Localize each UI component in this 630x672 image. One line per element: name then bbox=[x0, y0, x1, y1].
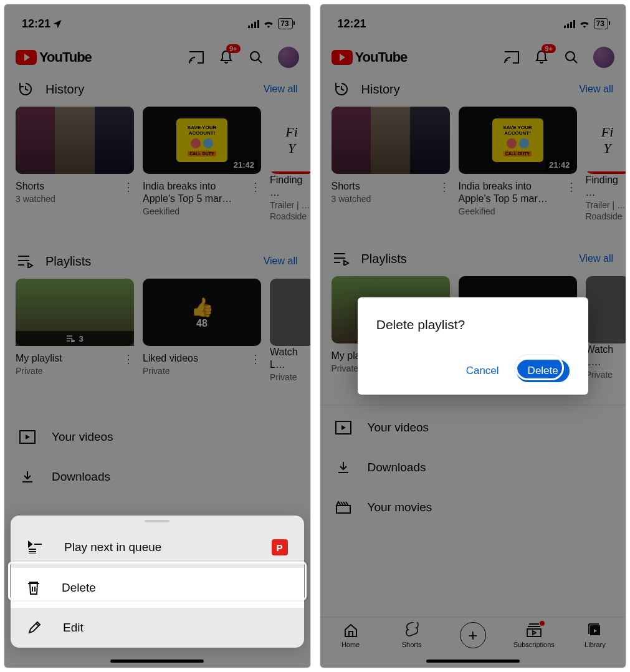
video-thumb: SAVE YOUR ACCOUNT! CALL DUTY 21:42 bbox=[143, 107, 261, 174]
movies-icon bbox=[334, 499, 353, 516]
plus-icon: + bbox=[460, 622, 486, 648]
notifications-icon[interactable]: 9+ bbox=[533, 49, 550, 65]
playlist-card[interactable]: 👍 48 Liked videos Private ⋮ bbox=[143, 279, 261, 382]
dialog-title: Delete playlist? bbox=[376, 317, 570, 332]
your-videos-row[interactable]: Your videos bbox=[4, 417, 310, 457]
your-videos-icon bbox=[18, 428, 37, 446]
shorts-thumb bbox=[16, 107, 134, 174]
signal-icon bbox=[248, 20, 259, 28]
cast-icon[interactable] bbox=[504, 49, 520, 65]
thumbs-up-icon: 👍 bbox=[191, 296, 214, 318]
download-icon bbox=[334, 459, 353, 476]
tab-create[interactable]: + bbox=[451, 622, 495, 648]
bottom-sheet: Play next in queue P Delete Edit bbox=[11, 516, 304, 648]
playlist-card[interactable]: 3 My playlist Private ⋮ bbox=[16, 279, 134, 382]
your-movies-row[interactable]: Your movies bbox=[320, 487, 626, 527]
history-card[interactable]: Shorts 3 watched ⋮ bbox=[16, 107, 134, 221]
like-count: 48 bbox=[196, 318, 208, 329]
queue-icon bbox=[27, 540, 43, 554]
wifi-icon bbox=[263, 19, 274, 28]
playlist-title: Watch L… bbox=[270, 346, 310, 371]
home-indicator[interactable] bbox=[110, 660, 204, 663]
history-viewall[interactable]: View all bbox=[579, 84, 613, 95]
playlists-viewall[interactable]: View all bbox=[579, 253, 613, 264]
search-icon[interactable] bbox=[248, 49, 264, 65]
avatar[interactable] bbox=[278, 47, 299, 68]
history-card[interactable]: FiY Finding … Trailer | … Roadside bbox=[270, 107, 310, 221]
card-title: Finding … bbox=[586, 174, 626, 199]
tab-shorts[interactable]: Shorts bbox=[390, 622, 434, 648]
playlists-icon bbox=[17, 252, 34, 270]
more-icon[interactable]: ⋮ bbox=[123, 352, 134, 376]
card-title: India breaks into Apple's Top 5 mar… bbox=[143, 180, 246, 205]
youtube-logo[interactable]: YouTube bbox=[16, 49, 92, 65]
history-row[interactable]: Shorts 3 watched ⋮ SAVE YOUR ACCOUNT! CA… bbox=[4, 107, 310, 225]
tab-subscriptions[interactable]: Subscriptions bbox=[512, 622, 556, 648]
more-icon[interactable]: ⋮ bbox=[439, 180, 450, 204]
phone-left: 12:21 73 YouTube 9+ bbox=[4, 4, 311, 668]
history-label: History bbox=[45, 82, 84, 97]
sheet-label: Play next in queue bbox=[64, 540, 161, 554]
playlist-sub: Private bbox=[586, 370, 626, 380]
more-icon[interactable]: ⋮ bbox=[566, 180, 577, 216]
tab-label: Subscriptions bbox=[513, 641, 555, 648]
playlist-icon bbox=[66, 335, 75, 342]
status-time: 12:21 bbox=[338, 17, 366, 31]
your-movies-label: Your movies bbox=[368, 501, 432, 514]
notif-badge: 9+ bbox=[542, 44, 556, 53]
youtube-play-icon bbox=[332, 50, 353, 65]
card-title: Shorts bbox=[16, 180, 119, 193]
card-sub: 3 watched bbox=[16, 194, 119, 204]
downloads-row[interactable]: Downloads bbox=[4, 457, 310, 497]
playlist-card[interactable]: Watch L… Private bbox=[270, 279, 310, 382]
your-videos-icon bbox=[334, 419, 353, 436]
playlists-header: Playlists View all bbox=[4, 246, 310, 279]
playlists-header: Playlists View all bbox=[320, 244, 626, 276]
your-videos-row[interactable]: Your videos bbox=[320, 408, 626, 448]
pencil-icon bbox=[27, 620, 42, 635]
playlist-thumb bbox=[586, 276, 626, 343]
notifications-icon[interactable]: 9+ bbox=[218, 49, 234, 65]
duration-badge: 21:42 bbox=[231, 160, 257, 170]
sheet-delete[interactable]: Delete bbox=[11, 568, 304, 608]
more-icon[interactable]: ⋮ bbox=[250, 352, 261, 376]
history-card[interactable]: FiY Finding …Trailer | …Roadside bbox=[586, 107, 626, 221]
search-icon[interactable] bbox=[563, 49, 580, 65]
playlist-card[interactable]: Watch L…Private bbox=[586, 276, 626, 380]
cast-icon[interactable] bbox=[188, 49, 204, 65]
playlists-viewall[interactable]: View all bbox=[264, 256, 298, 267]
wifi-icon bbox=[579, 19, 590, 28]
delete-button[interactable]: Delete bbox=[517, 360, 570, 382]
sheet-edit[interactable]: Edit bbox=[11, 608, 304, 648]
playlist-sub: Private bbox=[143, 366, 246, 376]
history-row[interactable]: Shorts3 watched⋮ SAVE YOURACCOUNT!CALL D… bbox=[320, 107, 626, 225]
more-icon[interactable]: ⋮ bbox=[123, 180, 134, 204]
history-card[interactable]: SAVE YOURACCOUNT!CALL DUTY 21:42 India b… bbox=[459, 107, 577, 221]
tab-library[interactable]: Library bbox=[573, 622, 617, 648]
sheet-label: Delete bbox=[62, 581, 96, 595]
cancel-button[interactable]: Cancel bbox=[464, 361, 502, 381]
history-card[interactable]: Shorts3 watched⋮ bbox=[332, 107, 450, 221]
svg-point-2 bbox=[566, 52, 575, 60]
location-icon bbox=[52, 19, 62, 29]
playlist-title: Liked videos bbox=[143, 352, 246, 365]
youtube-logo[interactable]: YouTube bbox=[332, 49, 408, 65]
tab-home[interactable]: Home bbox=[329, 622, 373, 648]
downloads-row[interactable]: Downloads bbox=[320, 448, 626, 487]
sheet-handle[interactable] bbox=[11, 516, 304, 527]
home-indicator[interactable] bbox=[426, 660, 520, 663]
sheet-play-next[interactable]: Play next in queue P bbox=[11, 527, 304, 568]
app-header: YouTube 9+ bbox=[320, 36, 626, 74]
playlists-icon bbox=[333, 250, 350, 267]
your-videos-label: Your videos bbox=[368, 421, 429, 434]
history-viewall[interactable]: View all bbox=[264, 84, 298, 95]
video-thumb: FiY bbox=[270, 107, 310, 174]
subscriptions-icon bbox=[526, 622, 542, 638]
playlist-title: My playlist bbox=[16, 352, 119, 365]
playlist-thumb: 👍 48 bbox=[143, 279, 261, 346]
history-card[interactable]: SAVE YOUR ACCOUNT! CALL DUTY 21:42 India… bbox=[143, 107, 261, 221]
more-icon[interactable]: ⋮ bbox=[250, 180, 261, 216]
avatar[interactable] bbox=[593, 47, 614, 68]
your-videos-label: Your videos bbox=[52, 430, 113, 444]
playlists-row[interactable]: 3 My playlist Private ⋮ 👍 48 Liked video… bbox=[4, 279, 310, 386]
